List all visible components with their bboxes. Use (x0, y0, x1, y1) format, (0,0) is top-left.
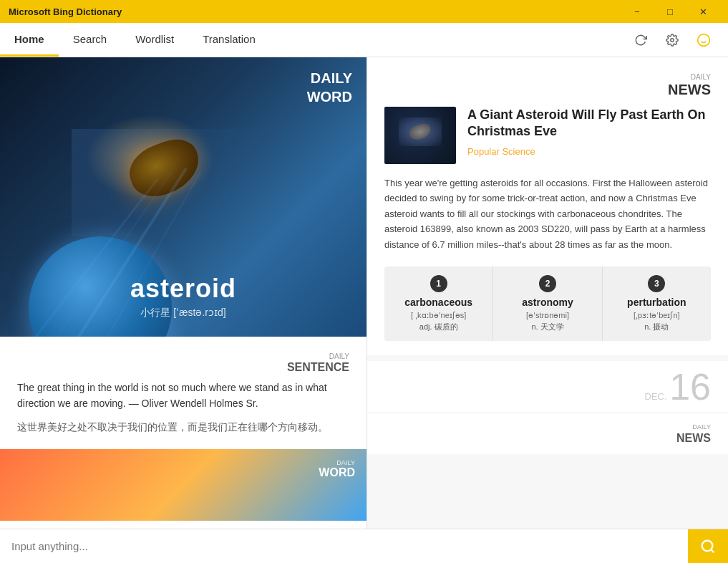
news-title: A Giant Asteroid Will Fly Past Earth On … (467, 107, 711, 140)
left-panel: DAILY WORD asteroid 小行星 [ˈæstə.rɔɪd] DAI… (0, 57, 367, 529)
nav-tabs: Home Search Wordlist Translation (0, 23, 270, 57)
title-bar-left: Microsoft Bing Dictionary (9, 6, 122, 17)
word-display: asteroid 小行星 [ˈæstə.rɔɪd] (130, 274, 236, 337)
date-day: 16 (669, 366, 711, 408)
vocab-card-3: 3 perturbation [ˌpɜːtəˈbeɪʃn] n. 摄动 (602, 266, 711, 341)
svg-point-1 (698, 34, 710, 46)
tab-home[interactable]: Home (0, 23, 59, 57)
date-display: DEC. 16 (367, 361, 728, 413)
vocab-word-2: astronomy (499, 297, 596, 308)
daily-word-card: DAILY WORD asteroid 小行星 [ˈæstə.rɔɪd] (0, 57, 367, 337)
daily-sentence-section: DAILY SENTENCE The great thing in the wo… (0, 337, 367, 449)
smiley-icon (697, 33, 711, 47)
close-button[interactable]: ✕ (686, 0, 719, 23)
search-icon (700, 539, 716, 554)
main-area: DAILY WORD asteroid 小行星 [ˈæstə.rɔɪd] DAI… (0, 57, 728, 563)
daily-news-label: DAILY NEWS (384, 72, 711, 98)
vocab-def-2: n. 天文学 (499, 322, 596, 332)
search-button[interactable] (688, 529, 728, 564)
vocab-card-1: 1 carbonaceous [ ˌkɑːbəˈneɪʃəs] adj. 碳质的 (384, 266, 492, 341)
maximize-button[interactable]: □ (654, 0, 686, 23)
vocab-word-1: carbonaceous (390, 297, 487, 308)
refresh-icon (634, 34, 647, 47)
title-bar-controls: − □ ✕ (621, 0, 719, 23)
content-panels: DAILY WORD asteroid 小行星 [ˈæstə.rɔɪd] DAI… (0, 57, 728, 529)
vocab-def-3: n. 摄动 (608, 322, 705, 332)
title-bar: Microsoft Bing Dictionary − □ ✕ (0, 0, 728, 23)
vocab-pron-3: [ˌpɜːtəˈbeɪʃn] (608, 311, 705, 320)
sentence-chinese: 这世界美好之处不取决于我们的位置，而是我们正在往哪个方向移动。 (17, 419, 349, 435)
next-news-preview: DAILY NEWS (367, 413, 728, 453)
vocab-word-3: perturbation (608, 297, 705, 308)
vocab-card-2: 2 astronomy [əˈstrɒnəmi] n. 天文学 (492, 266, 601, 341)
bottom-news-label: DAILY NEWS (384, 422, 711, 445)
sentence-label: DAILY SENTENCE (17, 351, 349, 374)
news-thumbnail (384, 107, 456, 164)
sentence-english: The great thing in the world is not so m… (17, 380, 349, 412)
word-chinese: 小行星 [ˈæstə.rɔɪd] (130, 307, 236, 319)
vocab-pron-1: [ ˌkɑːbəˈneɪʃəs] (390, 311, 487, 320)
vocab-def-1: adj. 碳质的 (390, 322, 487, 332)
app-title: Microsoft Bing Dictionary (9, 6, 122, 17)
minimize-button[interactable]: − (621, 0, 654, 23)
date-month: DEC. (644, 391, 666, 402)
tab-wordlist[interactable]: Wordlist (121, 23, 188, 57)
svg-point-0 (671, 38, 674, 42)
next-word-label: DAILY WORD (319, 458, 355, 479)
tab-translation[interactable]: Translation (188, 23, 270, 57)
news-source: Popular Science (467, 146, 711, 157)
vocab-num-2: 2 (539, 275, 556, 292)
vocab-num-3: 3 (648, 275, 665, 292)
news-body: This year we're getting asteroids for al… (384, 175, 711, 252)
vocab-num-1: 1 (430, 275, 447, 292)
refresh-button[interactable] (628, 27, 654, 53)
tab-search[interactable]: Search (59, 23, 122, 57)
nav-bar: Home Search Wordlist Translation (0, 23, 728, 57)
news-section: DAILY NEWS A Giant Asteroid Will Fly Pas… (367, 57, 728, 355)
settings-button[interactable] (659, 27, 685, 53)
search-input[interactable] (0, 529, 688, 563)
nav-icons (628, 27, 717, 53)
gear-icon (666, 34, 679, 47)
svg-point-8 (702, 540, 713, 551)
news-header: A Giant Asteroid Will Fly Past Earth On … (384, 107, 711, 164)
emoji-button[interactable] (691, 27, 717, 53)
bottom-search-bar (0, 529, 728, 563)
word-english: asteroid (130, 274, 236, 304)
vocab-pron-2: [əˈstrɒnəmi] (499, 311, 596, 320)
right-panel: DAILY NEWS A Giant Asteroid Will Fly Pas… (367, 57, 728, 529)
next-daily-word-card: DAILY WORD (0, 449, 367, 521)
news-title-block: A Giant Asteroid Will Fly Past Earth On … (467, 107, 711, 164)
vocab-cards: 1 carbonaceous [ ˌkɑːbəˈneɪʃəs] adj. 碳质的… (384, 266, 711, 341)
svg-line-9 (711, 549, 714, 552)
